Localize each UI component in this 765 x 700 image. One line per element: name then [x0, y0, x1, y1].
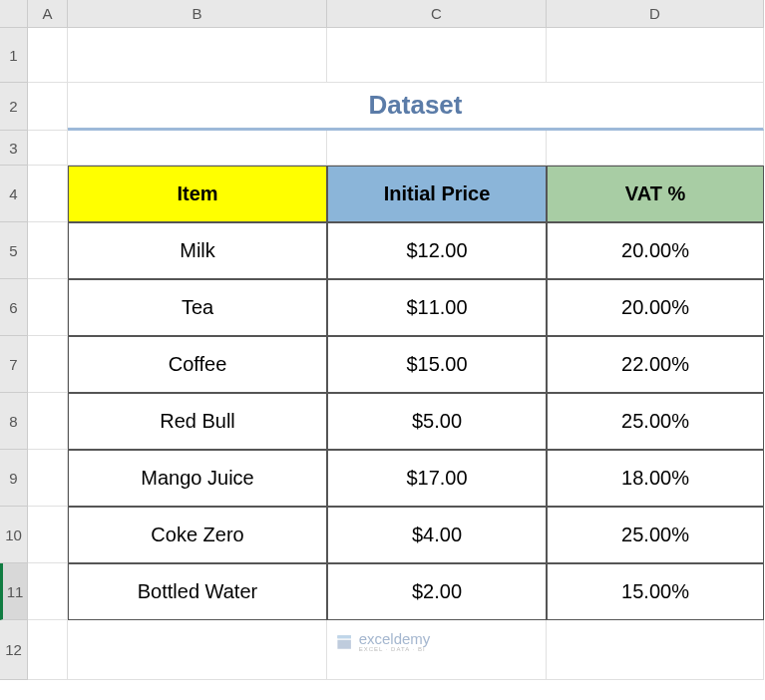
cell-a11[interactable]: [28, 563, 68, 620]
row-header-2[interactable]: 2: [0, 83, 28, 131]
table-cell-price[interactable]: $11.00: [327, 279, 547, 336]
header-item[interactable]: Item: [68, 166, 327, 222]
row-header-7[interactable]: 7: [0, 336, 28, 393]
table-cell-item[interactable]: Tea: [68, 279, 327, 336]
spreadsheet-container: 1 2 3 4 5 6 7 8 9 10 11 12 A B C D: [0, 0, 765, 680]
row-header-12[interactable]: 12: [0, 620, 28, 680]
table-cell-vat[interactable]: 15.00%: [547, 563, 764, 620]
cell-a5[interactable]: [28, 222, 68, 279]
table-cell-vat[interactable]: 20.00%: [547, 222, 764, 279]
table-cell-item[interactable]: Coke Zero: [68, 507, 327, 563]
row-header-8[interactable]: 8: [0, 393, 28, 450]
cell-c3[interactable]: [327, 131, 547, 166]
row-header-3[interactable]: 3: [0, 131, 28, 166]
cell-a2[interactable]: [28, 83, 68, 131]
table-cell-price[interactable]: $15.00: [327, 336, 547, 393]
col-header-b[interactable]: B: [68, 0, 327, 28]
table-cell-item[interactable]: Coffee: [68, 336, 327, 393]
table-cell-price[interactable]: $4.00: [327, 507, 547, 563]
dataset-title[interactable]: Dataset: [68, 83, 764, 131]
select-all-corner[interactable]: [0, 0, 28, 28]
table-cell-price[interactable]: $17.00: [327, 450, 547, 507]
header-price[interactable]: Initial Price: [327, 166, 547, 222]
cell-a7[interactable]: [28, 336, 68, 393]
row-header-1[interactable]: 1: [0, 28, 28, 83]
table-cell-price[interactable]: $2.00: [327, 563, 547, 620]
col-header-a[interactable]: A: [28, 0, 68, 28]
exceldemy-logo-icon: [335, 633, 353, 651]
row-headers: 1 2 3 4 5 6 7 8 9 10 11 12: [0, 28, 28, 680]
table-cell-item[interactable]: Milk: [68, 222, 327, 279]
cell-d3[interactable]: [547, 131, 764, 166]
table-cell-item[interactable]: Bottled Water: [68, 563, 327, 620]
table-cell-vat[interactable]: 20.00%: [547, 279, 764, 336]
cell-grid: Dataset Item Initial Price VAT % Milk $1…: [28, 28, 764, 680]
cell-a9[interactable]: [28, 450, 68, 507]
row-header-4[interactable]: 4: [0, 166, 28, 222]
cell-c1[interactable]: [327, 28, 547, 83]
cell-a10[interactable]: [28, 507, 68, 563]
cell-d12[interactable]: [547, 620, 764, 680]
cell-a4[interactable]: [28, 166, 68, 222]
watermark-main: exceldemy: [359, 631, 431, 646]
table-cell-price[interactable]: $5.00: [327, 393, 547, 450]
table-cell-vat[interactable]: 25.00%: [547, 507, 764, 563]
watermark: exceldemy EXCEL · DATA · BI: [335, 631, 431, 652]
cell-a12[interactable]: [28, 620, 68, 680]
cell-b12[interactable]: [68, 620, 327, 680]
column-headers: A B C D: [28, 0, 764, 28]
row-header-5[interactable]: 5: [0, 222, 28, 279]
col-header-c[interactable]: C: [327, 0, 547, 28]
header-vat[interactable]: VAT %: [547, 166, 764, 222]
cell-d1[interactable]: [547, 28, 764, 83]
table-cell-item[interactable]: Mango Juice: [68, 450, 327, 507]
cell-a3[interactable]: [28, 131, 68, 166]
cell-a6[interactable]: [28, 279, 68, 336]
cell-b3[interactable]: [68, 131, 327, 166]
cell-a1[interactable]: [28, 28, 68, 83]
col-header-d[interactable]: D: [547, 0, 764, 28]
table-cell-vat[interactable]: 25.00%: [547, 393, 764, 450]
table-cell-vat[interactable]: 22.00%: [547, 336, 764, 393]
cell-b1[interactable]: [68, 28, 327, 83]
row-header-6[interactable]: 6: [0, 279, 28, 336]
row-header-10[interactable]: 10: [0, 507, 28, 563]
row-header-11[interactable]: 11: [0, 563, 28, 620]
table-cell-vat[interactable]: 18.00%: [547, 450, 764, 507]
table-cell-price[interactable]: $12.00: [327, 222, 547, 279]
cell-a8[interactable]: [28, 393, 68, 450]
table-cell-item[interactable]: Red Bull: [68, 393, 327, 450]
watermark-sub: EXCEL · DATA · BI: [359, 646, 431, 652]
row-header-9[interactable]: 9: [0, 450, 28, 507]
